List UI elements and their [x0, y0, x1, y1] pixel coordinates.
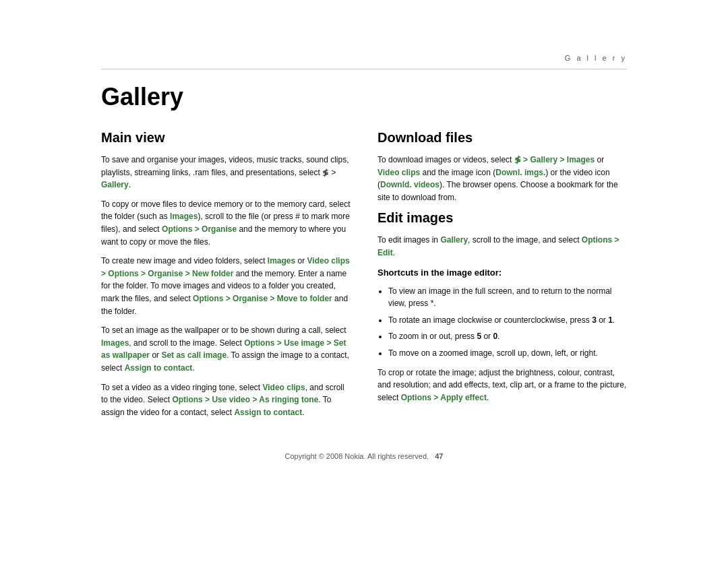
- edit-images-title: Edit images: [377, 210, 627, 226]
- options-use-video-link: Options > Use video > As ringing tone: [172, 395, 318, 404]
- video-clips-new-folder-link: Video clips > Options > Organise > New f…: [101, 256, 350, 278]
- main-view-p2: To copy or move files to device memory o…: [101, 198, 351, 248]
- gallery-link-1: Gallery: [101, 180, 129, 189]
- set-as-call-image-link: Set as call image: [161, 350, 226, 360]
- edit-images-paragraph1: To edit images in Gallery, scroll to the…: [377, 234, 627, 259]
- main-view-p4: To set an image as the wallpaper or to b…: [101, 324, 351, 374]
- gallery-link-2: Gallery: [440, 235, 468, 245]
- shortcuts-list: To view an image in the full screen, and…: [388, 285, 627, 360]
- header-divider: [101, 69, 627, 69]
- download-files-title: Download files: [377, 130, 627, 146]
- main-view-p5: To set a video as a video ringing tone, …: [101, 381, 351, 419]
- assign-to-contact-link-1: Assign to contact: [125, 363, 193, 373]
- shortcut-item-1: To view an image in the full screen, and…: [388, 285, 627, 310]
- section-header: G a l l e r y: [101, 54, 627, 62]
- main-view-p1: To save and organise your images, videos…: [101, 154, 351, 191]
- main-view-p3: To create new image and video folders, s…: [101, 255, 351, 317]
- copyright-text: Copyright © 2008 Nokia. All rights reser…: [285, 452, 429, 460]
- page-title: Gallery: [101, 83, 627, 111]
- main-view-title: Main view: [101, 130, 351, 146]
- options-move-folder-link: Options > Organise > Move to folder: [193, 294, 332, 303]
- options-edit-link: Options > Edit: [377, 235, 619, 257]
- left-column: Main view To save and organise your imag…: [101, 130, 351, 425]
- options-apply-effect-link: Options > Apply effect: [401, 393, 487, 402]
- images-link-2: Images: [268, 256, 295, 266]
- options-organise-link: Options > Organise: [162, 224, 237, 234]
- right-column: Download files To download images or vid…: [377, 130, 627, 425]
- video-clips-link-2: Video clips: [377, 168, 420, 177]
- page-footer: Copyright © 2008 Nokia. All rights reser…: [101, 445, 627, 460]
- video-clips-link-1: Video clips: [262, 383, 305, 392]
- images-link-1: Images: [170, 212, 198, 221]
- content-columns: Main view To save and organise your imag…: [101, 130, 627, 425]
- edit-images-paragraph2: To crop or rotate the image; adjust the …: [377, 367, 627, 404]
- downld-videos-link: Downld. videos: [380, 180, 439, 189]
- images-link-3: Images: [101, 338, 129, 348]
- gallery-images-link: ≸ > Gallery > Images: [514, 155, 595, 164]
- shortcut-item-3: To zoom in or out, press 5 or 0.: [388, 330, 627, 343]
- assign-to-contact-link-2: Assign to contact: [234, 408, 302, 417]
- shortcut-item-4: To move on a zoomed image, scroll up, do…: [388, 347, 627, 360]
- download-files-paragraph: To download images or videos, select ≸ >…: [377, 154, 627, 204]
- page-container: G a l l e r y Gallery Main view To save …: [101, 54, 627, 460]
- page-number: 47: [435, 452, 443, 460]
- shortcut-item-2: To rotate an image clockwise or counterc…: [388, 314, 627, 327]
- shortcuts-title: Shortcuts in the image editor:: [377, 266, 627, 280]
- downl-imgs-link: Downl. imgs.: [495, 168, 545, 177]
